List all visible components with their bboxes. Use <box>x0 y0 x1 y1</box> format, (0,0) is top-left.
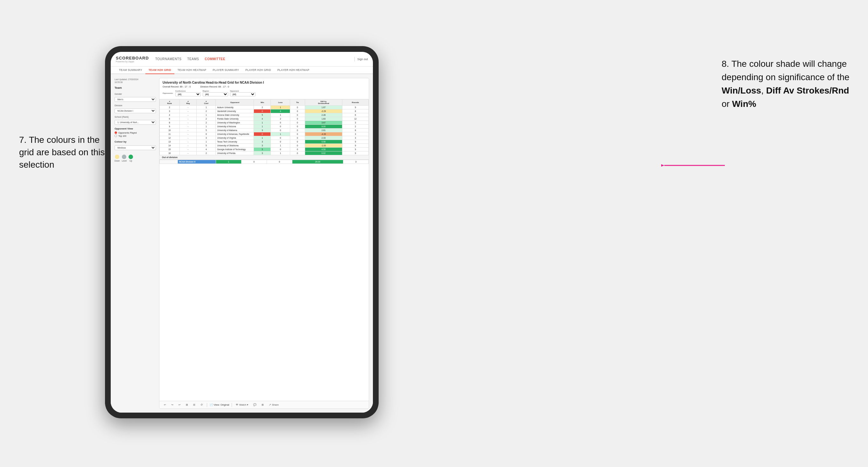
copy-button[interactable]: ⊞ <box>185 403 189 407</box>
cell-opponent: Auburn University <box>216 105 254 110</box>
clock-button[interactable]: ⏱ <box>199 403 204 407</box>
opponent-filter-group: Opponent (All) <box>230 90 255 96</box>
subnav-player-summary[interactable]: PLAYER SUMMARY <box>209 66 242 74</box>
nav-committee[interactable]: COMMITTEE <box>205 56 225 62</box>
table-row: 8 - 2 University of Washington 1 0 0 3.6… <box>160 121 369 125</box>
cell-diff: 3.67 <box>305 121 342 125</box>
conference-filter-select[interactable]: (All) <box>175 92 201 96</box>
redo-button[interactable]: ↪ <box>170 403 175 407</box>
col-diff: Diff AvStrokes/Rnd <box>305 100 342 105</box>
sign-out-button[interactable]: Sign out <box>357 58 368 61</box>
cell-tie: 0 <box>290 121 305 125</box>
filter-row: Opponents: Conference (All) Region (All) <box>163 90 366 96</box>
cell-opponent: University of Arizona <box>216 125 254 128</box>
right-panel: University of North Carolina Head-to-Hea… <box>159 78 369 409</box>
cell-rounds: 3 <box>342 136 368 140</box>
legend-down: Down <box>115 155 120 162</box>
gender-select[interactable]: Men's <box>115 97 156 102</box>
school-select[interactable]: 1. University of Nort... <box>115 120 156 125</box>
present-button[interactable]: ⊞ <box>260 403 265 407</box>
cell-diff: 4.50 <box>305 148 342 151</box>
back-button[interactable]: ↩ <box>177 403 182 407</box>
out-division-row: NCAA Division II 1 0 0 26.00 3 <box>160 160 369 164</box>
gender-field: Gender Men's <box>115 93 156 102</box>
cell-reg: - <box>180 117 197 121</box>
cell-opponent: University of Virginia <box>216 136 254 140</box>
logo-text: SCOREBOARD <box>116 56 149 60</box>
cell-reg: - <box>180 121 197 125</box>
cell-conf: 2 <box>197 117 216 121</box>
cell-rank: 11 <box>160 132 180 136</box>
cell-win: 3 <box>254 151 271 155</box>
cell-win: 4 <box>254 117 271 121</box>
cell-conf: 1 <box>197 113 216 117</box>
paste-button[interactable]: ⊟ <box>192 403 197 407</box>
legend-up: Up <box>128 155 133 162</box>
region-filter-select[interactable]: (All) <box>203 92 228 96</box>
legend-down-dot <box>115 155 119 159</box>
cell-conf: 1 <box>197 105 216 110</box>
share-button[interactable]: ↗ Share <box>268 403 280 407</box>
cell-loss: 1 <box>271 113 290 117</box>
subnav-player-h2h-grid[interactable]: PLAYER H2H GRID <box>242 66 274 74</box>
opponents-filter-group: Opponents: <box>163 92 174 94</box>
comment-button[interactable]: 💬 <box>252 403 258 407</box>
subnav-player-h2h-heatmap[interactable]: PLAYER H2H HEATMAP <box>274 66 313 74</box>
school-field: School (Rank) 1. University of Nort... <box>115 116 156 125</box>
main-content: Last Updated: 27/03/2024 16:55:38 Team G… <box>111 74 373 413</box>
cell-reg: - <box>180 144 197 148</box>
radio-opponents-played[interactable]: Opponents Played <box>115 131 156 134</box>
cell-diff: 5.56 <box>305 140 342 144</box>
top-nav: SCOREBOARD Powered by clippd TOURNAMENTS… <box>111 52 373 66</box>
colour-by-field: Colour by Win/loss <box>115 140 156 150</box>
col-tie: Tie <box>290 100 305 105</box>
toolbar-sep-1 <box>207 403 207 407</box>
undo-button[interactable]: ↩ <box>163 403 167 407</box>
col-loss: Loss <box>271 100 290 105</box>
opponent-filter-select[interactable]: (All) <box>230 92 255 96</box>
cell-opponent: Georgia Institute of Technology <box>216 148 254 151</box>
colour-by-select[interactable]: Win/loss <box>115 145 156 150</box>
nav-tournaments[interactable]: TOURNAMENTS <box>155 56 182 62</box>
cell-conf: 5 <box>197 128 216 132</box>
grid-title: University of North Carolina Head-to-Hea… <box>163 81 366 84</box>
subnav-team-h2h-grid[interactable]: TEAM H2H GRID <box>146 66 174 74</box>
cell-diff: 1.67 <box>305 105 342 110</box>
radio-dot-unselected <box>115 134 117 137</box>
left-panel: Last Updated: 27/03/2024 16:55:38 Team G… <box>115 78 156 409</box>
table-row: 11 - 6 University of Arkansas, Fayettevi… <box>160 132 369 136</box>
arrow-right-icon <box>661 161 725 170</box>
table-scroll[interactable]: #Rank #Reg #Conf Opponent Win Loss Tie D… <box>159 99 369 401</box>
cell-loss: 4 <box>271 110 290 113</box>
cell-tie: 0 <box>290 113 305 117</box>
data-table: #Rank #Reg #Conf Opponent Win Loss Tie D… <box>159 99 369 155</box>
subnav-team-h2h-heatmap[interactable]: TEAM H2H HEATMAP <box>174 66 210 74</box>
cell-rank: 13 <box>160 140 180 144</box>
cell-win: 3 <box>254 140 271 144</box>
radio-top100[interactable]: Top 100 <box>115 134 156 137</box>
cell-tie: 0 <box>290 132 305 136</box>
nav-teams[interactable]: TEAMS <box>187 56 199 62</box>
cell-diff: -4.33 <box>305 132 342 136</box>
cell-rank: 4 <box>160 113 180 117</box>
cell-rank: 9 <box>160 125 180 128</box>
cell-reg: - <box>180 105 197 110</box>
nav-divider <box>354 57 355 61</box>
cell-tie: 0 <box>290 110 305 113</box>
out-division-rounds: 3 <box>343 160 368 164</box>
cell-rounds: 6 <box>342 113 368 117</box>
legend-level-dot <box>122 155 126 159</box>
cell-opponent: University of Washington <box>216 121 254 125</box>
conference-filter-group: Conference (All) <box>175 90 201 96</box>
cell-win: 0 <box>254 110 271 113</box>
subnav-team-summary[interactable]: TEAM SUMMARY <box>116 66 146 74</box>
cell-tie: 0 <box>290 105 305 110</box>
nav-links: TOURNAMENTS TEAMS COMMITTEE <box>155 56 354 62</box>
table-row: 2 - 1 Auburn University 2 1 0 1.67 9 <box>160 105 369 110</box>
watch-button[interactable]: 👁 Watch ▾ <box>235 403 249 407</box>
cell-rounds: 9 <box>342 140 368 144</box>
grid-header: University of North Carolina Head-to-Hea… <box>159 78 369 99</box>
cell-reg: - <box>180 110 197 113</box>
division-select[interactable]: NCAA Division I <box>115 108 156 113</box>
col-rounds: Rounds <box>342 100 368 105</box>
